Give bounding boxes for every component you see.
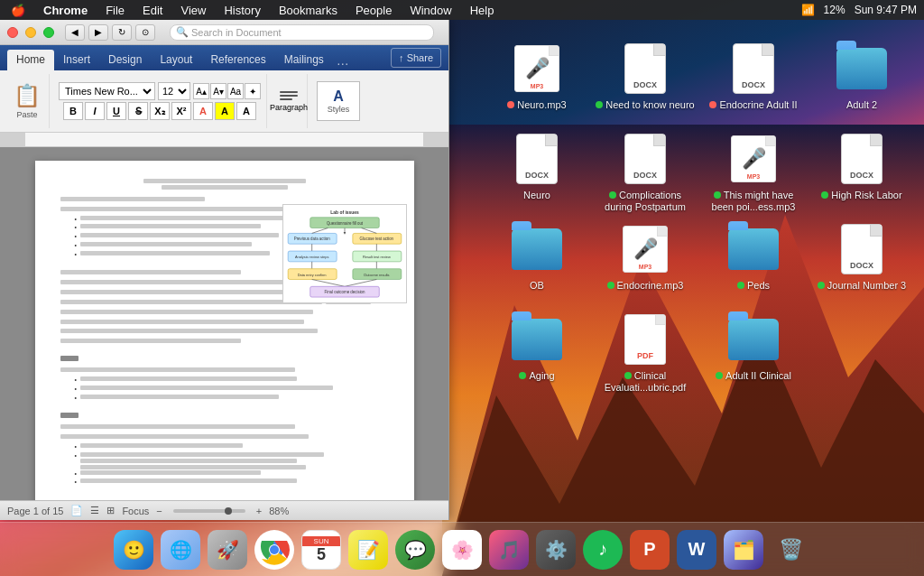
clear-format-button[interactable]: Aa [227,83,244,99]
dock-messages[interactable]: 💬 [393,528,437,571]
dock-trash[interactable]: 🗑️ [769,528,812,571]
styles-button[interactable]: A Styles [317,81,360,121]
battery-indicator: 12% [824,4,845,16]
font-group: Times New Ro... 12 A▴ A▾ Aa ✦ B I U S̶ X… [53,74,267,128]
paste-icon: 📋 [14,83,41,108]
zoom-thumb[interactable] [225,507,232,515]
svg-point-33 [270,545,279,554]
desktop-icon-clinical-rubric[interactable]: PDF Clinical Evaluati...ubric.pdf [591,305,699,395]
more-tabs-button[interactable]: … [333,53,353,68]
people-menu[interactable]: People [352,2,395,19]
dock-spotify[interactable]: ♪ [581,528,624,571]
svg-text:Lab of issues: Lab of issues [330,210,359,215]
svg-text:Questionnaire fill out: Questionnaire fill out [326,221,363,226]
tab-home[interactable]: Home [7,50,54,70]
desktop-icon-endocrine-adult[interactable]: DOCX Endocrine Adult II [699,34,808,125]
desktop-icon-ob[interactable]: OB [483,215,591,305]
highlight-button[interactable]: A [215,102,235,120]
search-icon: 🔍 [176,26,189,38]
desktop-icon-peds[interactable]: Peds [699,215,808,305]
zoom-out-button[interactable]: − [156,506,162,516]
tab-insert[interactable]: Insert [54,50,99,70]
desktop-icon-need-to-know-neuro[interactable]: DOCX Need to know neuro [591,34,699,125]
dock-finder[interactable]: 🙂 [112,528,155,571]
menubar: 🍎 Chrome File Edit View History Bookmark… [0,0,924,20]
font-name-select[interactable]: Times New Ro... [59,82,155,100]
fullscreen-button[interactable] [43,27,54,38]
paragraph-group: Paragraph [271,74,308,128]
decrease-font-button[interactable]: A▾ [210,83,226,99]
more-font-button[interactable]: ✦ [245,83,261,99]
document-flowchart: Lab of issues Questionnaire fill out Pre… [282,204,407,307]
increase-font-button[interactable]: A▴ [193,83,209,99]
bold-button[interactable]: B [63,102,83,120]
close-button[interactable] [7,27,18,38]
history-menu[interactable]: History [220,2,263,19]
zoom-slider[interactable] [173,509,245,513]
strikethrough-button[interactable]: S̶ [128,102,148,120]
tab-design[interactable]: Design [99,50,151,70]
document-area[interactable]: Lab of issues Questionnaire fill out Pre… [0,147,448,500]
tab-references[interactable]: References [201,50,274,70]
help-menu[interactable]: Help [467,2,498,19]
zoom-in-button[interactable]: + [256,506,262,516]
dock-notes[interactable]: 📝 [346,528,390,571]
list-icon: ☰ [90,505,99,516]
desktop-icon-neuro-mp3[interactable]: 🎤 MP3 Neuro.mp3 [483,34,591,125]
superscript-button[interactable]: X² [171,102,191,120]
desktop-icon-journal-number-3[interactable]: DOCX Journal Number 3 [808,215,916,305]
refresh-button[interactable]: ↻ [112,24,132,41]
text-color-button[interactable]: A [236,102,256,120]
dock-system-preferences[interactable]: 🌐 [159,528,202,571]
svg-text:Analysis review steps: Analysis review steps [295,255,328,259]
desktop-icon-aging[interactable]: Aging [483,305,591,395]
dock-word[interactable]: W [675,528,718,571]
window-menu[interactable]: Window [406,2,455,19]
dock-calendar[interactable]: SUN 5 [300,528,343,571]
share-button[interactable]: ↑ Share [391,48,441,68]
font-size-select[interactable]: 12 [158,82,190,100]
home-button[interactable]: ⊙ [135,24,155,41]
word-window: ◀ ▶ ↻ ⊙ 🔍 Search in Document Home Insert… [0,20,449,520]
share-icon: ↑ [399,52,404,63]
dock-chrome[interactable] [253,528,296,571]
desktop-icon-adult2-clinical[interactable]: Adult II Clinical [699,305,808,395]
svg-line-26 [345,279,376,286]
apple-menu[interactable]: 🍎 [7,2,29,19]
desktop-icon-complications[interactable]: DOCX Complications during Postpartum [591,125,699,215]
ribbon-tabs: Home Insert Design Layout References Mai… [0,45,448,70]
svg-text:Glucose test action: Glucose test action [359,237,393,241]
desktop-icon-this-might-have[interactable]: 🎤 MP3 This might have been poi...ess.mp3 [699,125,808,215]
back-button[interactable]: ◀ [65,24,85,41]
search-bar[interactable]: 🔍 Search in Document [170,24,434,41]
underline-button[interactable]: U [106,102,126,120]
italic-button[interactable]: I [85,102,105,120]
dock-settings[interactable]: ⚙️ [534,528,578,571]
bookmarks-menu[interactable]: Bookmarks [275,2,341,19]
forward-button[interactable]: ▶ [88,24,108,41]
focus-mode[interactable]: Focus [122,506,149,516]
dock-photos[interactable]: 🌸 [440,528,484,571]
dock-music[interactable]: 🎵 [487,528,531,571]
statusbar: Page 1 of 15 📄 ☰ ⊞ Focus − + 88% [0,500,448,520]
desktop-icon-neuro[interactable]: DOCX Neuro [483,125,591,215]
grid-icon: ⊞ [106,505,115,516]
paragraph-button[interactable]: Paragraph [276,81,301,121]
paste-button[interactable]: 📋 Paste [11,82,43,120]
minimize-button[interactable] [25,27,36,38]
tab-mailings[interactable]: Mailings [275,50,333,70]
desktop-icon-endocrine-mp3[interactable]: 🎤 MP3 Endocrine.mp3 [591,215,699,305]
focus-label: Focus [122,506,149,516]
file-menu[interactable]: File [102,2,128,19]
dock-launchpad[interactable]: 🚀 [206,528,249,571]
font-color-button[interactable]: A [193,102,213,120]
view-menu[interactable]: View [177,2,209,19]
app-name-menu[interactable]: Chrome [40,2,91,19]
subscript-button[interactable]: X₂ [150,102,170,120]
desktop-icon-adult2[interactable]: Adult 2 [808,34,916,125]
edit-menu[interactable]: Edit [139,2,166,19]
dock-files[interactable]: 🗂️ [722,528,765,571]
tab-layout[interactable]: Layout [151,50,201,70]
desktop-icon-high-risk-labor[interactable]: DOCX High Risk Labor [808,125,916,215]
dock-powerpoint[interactable]: P [628,528,671,571]
